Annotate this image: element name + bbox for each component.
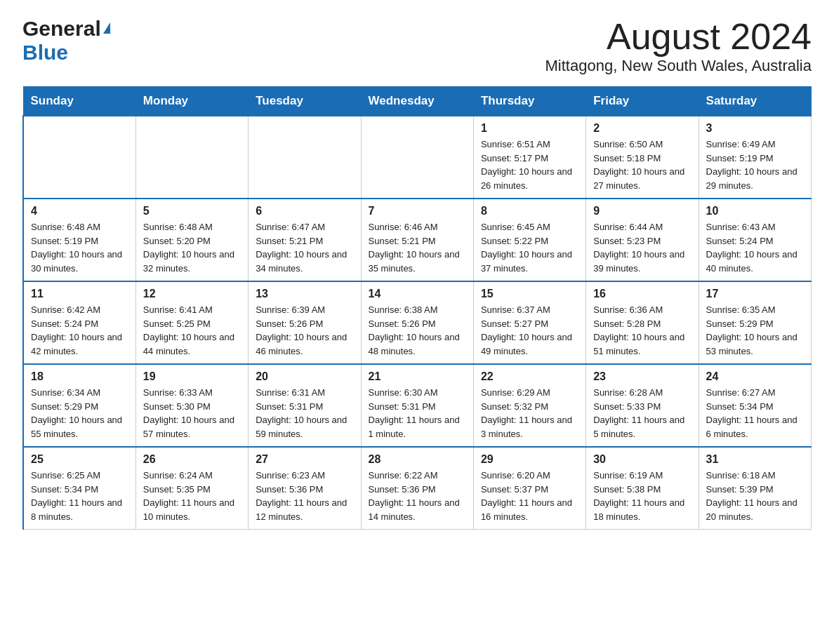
day-info: Sunrise: 6:50 AM Sunset: 5:18 PM Dayligh… bbox=[593, 137, 691, 192]
header-monday: Monday bbox=[135, 87, 248, 116]
day-number: 7 bbox=[369, 205, 466, 217]
calendar-cell bbox=[23, 116, 135, 199]
week-row-5: 25Sunrise: 6:25 AM Sunset: 5:34 PM Dayli… bbox=[23, 447, 812, 530]
day-number: 28 bbox=[369, 453, 466, 466]
day-info: Sunrise: 6:48 AM Sunset: 5:19 PM Dayligh… bbox=[31, 220, 128, 275]
day-info: Sunrise: 6:34 AM Sunset: 5:29 PM Dayligh… bbox=[31, 386, 128, 441]
calendar-cell: 4Sunrise: 6:48 AM Sunset: 5:19 PM Daylig… bbox=[23, 199, 135, 281]
calendar-cell: 23Sunrise: 6:28 AM Sunset: 5:33 PM Dayli… bbox=[586, 364, 699, 447]
day-info: Sunrise: 6:41 AM Sunset: 5:25 PM Dayligh… bbox=[143, 303, 241, 358]
day-info: Sunrise: 6:18 AM Sunset: 5:39 PM Dayligh… bbox=[706, 469, 804, 523]
logo-triangle-icon bbox=[103, 22, 110, 34]
day-info: Sunrise: 6:45 AM Sunset: 5:22 PM Dayligh… bbox=[481, 220, 578, 275]
day-number: 16 bbox=[593, 288, 691, 300]
location-title: Mittagong, New South Wales, Australia bbox=[545, 57, 812, 75]
logo: General Blue bbox=[22, 17, 110, 65]
header-sunday: Sunday bbox=[23, 87, 135, 116]
calendar-cell: 5Sunrise: 6:48 AM Sunset: 5:20 PM Daylig… bbox=[135, 199, 248, 281]
day-number: 13 bbox=[256, 288, 353, 300]
calendar-cell: 29Sunrise: 6:20 AM Sunset: 5:37 PM Dayli… bbox=[473, 447, 585, 530]
day-info: Sunrise: 6:20 AM Sunset: 5:37 PM Dayligh… bbox=[481, 469, 578, 523]
day-info: Sunrise: 6:35 AM Sunset: 5:29 PM Dayligh… bbox=[706, 303, 804, 358]
calendar-cell bbox=[135, 116, 248, 199]
day-number: 26 bbox=[143, 453, 241, 466]
calendar-cell: 6Sunrise: 6:47 AM Sunset: 5:21 PM Daylig… bbox=[249, 199, 361, 281]
calendar-cell bbox=[249, 116, 361, 199]
calendar-cell: 17Sunrise: 6:35 AM Sunset: 5:29 PM Dayli… bbox=[699, 281, 811, 364]
day-info: Sunrise: 6:39 AM Sunset: 5:26 PM Dayligh… bbox=[256, 303, 353, 358]
day-info: Sunrise: 6:44 AM Sunset: 5:23 PM Dayligh… bbox=[593, 220, 691, 275]
day-number: 5 bbox=[143, 205, 241, 217]
logo-general-text: General bbox=[22, 17, 101, 41]
calendar-cell: 31Sunrise: 6:18 AM Sunset: 5:39 PM Dayli… bbox=[699, 447, 811, 530]
calendar-cell: 1Sunrise: 6:51 AM Sunset: 5:17 PM Daylig… bbox=[473, 116, 585, 199]
day-info: Sunrise: 6:31 AM Sunset: 5:31 PM Dayligh… bbox=[256, 386, 353, 441]
day-number: 15 bbox=[481, 288, 578, 300]
header-thursday: Thursday bbox=[473, 87, 585, 116]
day-number: 8 bbox=[481, 205, 578, 217]
day-number: 12 bbox=[143, 288, 241, 300]
day-number: 4 bbox=[31, 205, 128, 217]
day-number: 3 bbox=[706, 122, 804, 135]
day-info: Sunrise: 6:22 AM Sunset: 5:36 PM Dayligh… bbox=[369, 469, 466, 523]
day-info: Sunrise: 6:38 AM Sunset: 5:26 PM Dayligh… bbox=[369, 303, 466, 358]
header-friday: Friday bbox=[586, 87, 699, 116]
day-info: Sunrise: 6:19 AM Sunset: 5:38 PM Dayligh… bbox=[593, 469, 691, 523]
calendar-cell: 9Sunrise: 6:44 AM Sunset: 5:23 PM Daylig… bbox=[586, 199, 699, 281]
day-number: 11 bbox=[31, 288, 128, 300]
month-title: August 2024 bbox=[545, 17, 812, 57]
header-tuesday: Tuesday bbox=[249, 87, 361, 116]
logo-blue-row: Blue bbox=[22, 41, 68, 65]
calendar-table: SundayMondayTuesdayWednesdayThursdayFrid… bbox=[22, 86, 812, 530]
logo-top-row: General bbox=[22, 17, 110, 41]
day-number: 30 bbox=[593, 453, 691, 466]
calendar-cell: 12Sunrise: 6:41 AM Sunset: 5:25 PM Dayli… bbox=[135, 281, 248, 364]
day-number: 9 bbox=[593, 205, 691, 217]
title-block: August 2024 Mittagong, New South Wales, … bbox=[545, 17, 812, 75]
day-number: 27 bbox=[256, 453, 353, 466]
day-number: 17 bbox=[706, 288, 804, 300]
calendar-header-row: SundayMondayTuesdayWednesdayThursdayFrid… bbox=[23, 87, 812, 116]
day-number: 20 bbox=[256, 370, 353, 383]
calendar-cell: 10Sunrise: 6:43 AM Sunset: 5:24 PM Dayli… bbox=[699, 199, 811, 281]
day-info: Sunrise: 6:48 AM Sunset: 5:20 PM Dayligh… bbox=[143, 220, 241, 275]
calendar-cell: 26Sunrise: 6:24 AM Sunset: 5:35 PM Dayli… bbox=[135, 447, 248, 530]
header-saturday: Saturday bbox=[699, 87, 811, 116]
calendar-cell: 28Sunrise: 6:22 AM Sunset: 5:36 PM Dayli… bbox=[361, 447, 473, 530]
calendar-cell: 22Sunrise: 6:29 AM Sunset: 5:32 PM Dayli… bbox=[473, 364, 585, 447]
day-info: Sunrise: 6:37 AM Sunset: 5:27 PM Dayligh… bbox=[481, 303, 578, 358]
calendar-cell: 25Sunrise: 6:25 AM Sunset: 5:34 PM Dayli… bbox=[23, 447, 135, 530]
day-info: Sunrise: 6:28 AM Sunset: 5:33 PM Dayligh… bbox=[593, 386, 691, 441]
day-number: 1 bbox=[481, 122, 578, 135]
calendar-cell: 24Sunrise: 6:27 AM Sunset: 5:34 PM Dayli… bbox=[699, 364, 811, 447]
calendar-cell bbox=[361, 116, 473, 199]
calendar-cell: 2Sunrise: 6:50 AM Sunset: 5:18 PM Daylig… bbox=[586, 116, 699, 199]
day-number: 10 bbox=[706, 205, 804, 217]
day-info: Sunrise: 6:33 AM Sunset: 5:30 PM Dayligh… bbox=[143, 386, 241, 441]
calendar-cell: 18Sunrise: 6:34 AM Sunset: 5:29 PM Dayli… bbox=[23, 364, 135, 447]
day-info: Sunrise: 6:27 AM Sunset: 5:34 PM Dayligh… bbox=[706, 386, 804, 441]
calendar-cell: 7Sunrise: 6:46 AM Sunset: 5:21 PM Daylig… bbox=[361, 199, 473, 281]
logo-blue-text: Blue bbox=[22, 41, 68, 64]
day-info: Sunrise: 6:46 AM Sunset: 5:21 PM Dayligh… bbox=[369, 220, 466, 275]
day-info: Sunrise: 6:23 AM Sunset: 5:36 PM Dayligh… bbox=[256, 469, 353, 523]
day-info: Sunrise: 6:51 AM Sunset: 5:17 PM Dayligh… bbox=[481, 137, 578, 192]
calendar-cell: 13Sunrise: 6:39 AM Sunset: 5:26 PM Dayli… bbox=[249, 281, 361, 364]
day-number: 29 bbox=[481, 453, 578, 466]
day-number: 31 bbox=[706, 453, 804, 466]
day-info: Sunrise: 6:29 AM Sunset: 5:32 PM Dayligh… bbox=[481, 386, 578, 441]
day-number: 2 bbox=[593, 122, 691, 135]
day-info: Sunrise: 6:47 AM Sunset: 5:21 PM Dayligh… bbox=[256, 220, 353, 275]
week-row-3: 11Sunrise: 6:42 AM Sunset: 5:24 PM Dayli… bbox=[23, 281, 812, 364]
day-info: Sunrise: 6:43 AM Sunset: 5:24 PM Dayligh… bbox=[706, 220, 804, 275]
week-row-4: 18Sunrise: 6:34 AM Sunset: 5:29 PM Dayli… bbox=[23, 364, 812, 447]
day-info: Sunrise: 6:25 AM Sunset: 5:34 PM Dayligh… bbox=[31, 469, 128, 523]
calendar-cell: 16Sunrise: 6:36 AM Sunset: 5:28 PM Dayli… bbox=[586, 281, 699, 364]
day-number: 22 bbox=[481, 370, 578, 383]
day-number: 24 bbox=[706, 370, 804, 383]
day-number: 25 bbox=[31, 453, 128, 466]
day-info: Sunrise: 6:49 AM Sunset: 5:19 PM Dayligh… bbox=[706, 137, 804, 192]
day-number: 19 bbox=[143, 370, 241, 383]
day-number: 21 bbox=[369, 370, 466, 383]
header-wednesday: Wednesday bbox=[361, 87, 473, 116]
